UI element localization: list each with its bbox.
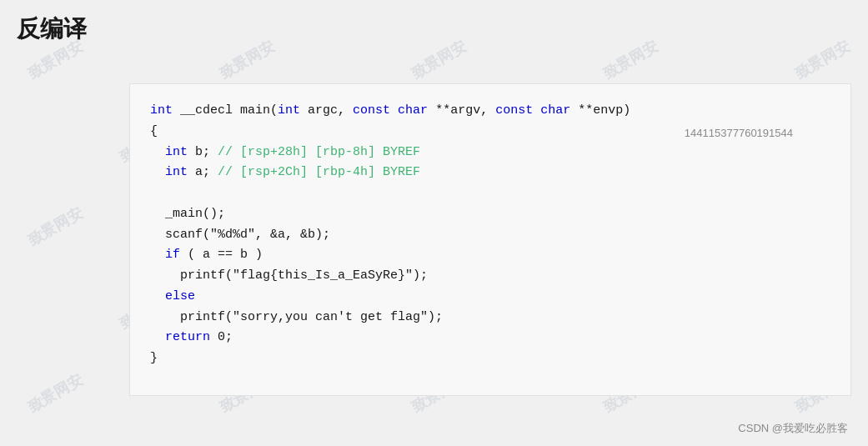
code-line-4: int a; // [rsp+2Ch] [rbp-4h] BYREF — [150, 163, 830, 183]
watermark-text: 致景网安 — [408, 37, 469, 84]
code-line-8: if ( a == b ) — [150, 245, 830, 266]
csdn-credit: CSDN @我爱吃必胜客 — [738, 421, 848, 436]
code-line-12: return 0; — [150, 328, 830, 348]
code-line-11: printf("sorry,you can't get flag"); — [150, 308, 830, 328]
watermark-text: 致景网安 — [24, 370, 86, 418]
watermark-text: 致景网安 — [791, 37, 853, 84]
code-line-10: else — [150, 287, 830, 308]
code-line-9: printf("flag{this_Is_a_EaSyRe}"); — [150, 266, 830, 287]
code-line-7: scanf("%d%d", &a, &b); — [150, 225, 830, 246]
id-number: 144115377760191544 — [685, 127, 793, 139]
code-line-6: _main(); — [150, 204, 830, 225]
watermark-text: 致景网安 — [24, 203, 86, 251]
page-title: 反编译 — [17, 13, 87, 45]
code-line-1: int __cdecl main(int argc, const char **… — [150, 101, 830, 122]
watermark-text: 致景网安 — [216, 37, 278, 84]
code-line-13: } — [150, 348, 830, 369]
code-line-3: int b; // [rsp+28h] [rbp-8h] BYREF — [150, 143, 830, 163]
watermark-text: 致景网安 — [600, 37, 661, 84]
code-line-5 — [150, 183, 830, 204]
